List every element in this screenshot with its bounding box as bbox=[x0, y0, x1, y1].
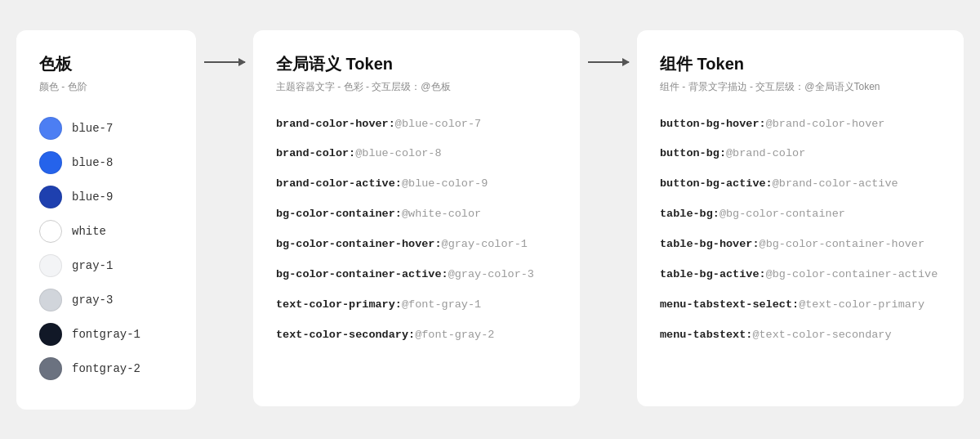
panel3-subtitle: 组件 - 背景文字描边 - 交互层级：@全局语义Token bbox=[660, 80, 941, 94]
swatch-item: blue-9 bbox=[39, 186, 173, 208]
token-key: bg-color-container-active: bbox=[276, 268, 448, 280]
token-item: bg-color-container-active:@gray-color-3 bbox=[276, 267, 557, 283]
swatch-label-fontgray-1: fontgray-1 bbox=[72, 328, 140, 341]
token-item: menu-tabstext-select:@text-color-primary bbox=[660, 298, 941, 313]
token-item: button-bg-hover:@brand-color-hover bbox=[660, 117, 941, 132]
token-item: table-bg-hover:@bg-color-container-hover bbox=[660, 237, 941, 253]
panel-color-palette: 色板 颜色 - 色阶 blue-7blue-8blue-9whitegray-1… bbox=[16, 30, 196, 410]
swatch-label-blue-8: blue-8 bbox=[72, 156, 113, 169]
swatch-item: white bbox=[39, 220, 173, 243]
token-key: brand-color: bbox=[276, 147, 355, 159]
token-item: bg-color-container:@white-color bbox=[276, 207, 557, 222]
token-key: button-bg-hover: bbox=[660, 118, 766, 130]
token-key: button-bg: bbox=[660, 147, 726, 159]
swatch-circle-white bbox=[39, 220, 62, 243]
swatch-item: gray-3 bbox=[39, 289, 173, 311]
token-key: text-color-primary: bbox=[276, 298, 402, 311]
token-val: @bg-color-container-active bbox=[766, 268, 938, 280]
swatch-label-fontgray-2: fontgray-2 bbox=[72, 362, 140, 375]
arrow1-wrap bbox=[196, 30, 253, 63]
arrow2-wrap bbox=[580, 30, 637, 63]
token-item: text-color-primary:@font-gray-1 bbox=[276, 298, 557, 313]
token-val: @gray-color-1 bbox=[442, 238, 528, 250]
token-val: @blue-color-7 bbox=[395, 118, 481, 130]
panel2-token-list: brand-color-hover:@blue-color-7brand-col… bbox=[276, 117, 557, 343]
token-key: bg-color-container-hover: bbox=[276, 238, 442, 250]
token-val: @bg-color-container bbox=[719, 208, 845, 220]
token-key: brand-color-active: bbox=[276, 177, 402, 190]
swatch-circle-blue-8 bbox=[39, 151, 62, 174]
panel2-title: 全局语义 Token bbox=[276, 53, 557, 75]
swatch-item: gray-1 bbox=[39, 254, 173, 277]
swatch-label-white: white bbox=[72, 225, 106, 238]
swatch-circle-fontgray-2 bbox=[39, 357, 62, 380]
token-key: text-color-secondary: bbox=[276, 329, 415, 341]
token-item: brand-color-active:@blue-color-9 bbox=[276, 177, 557, 192]
token-val: @text-color-primary bbox=[799, 298, 924, 311]
panel1-subtitle: 颜色 - 色阶 bbox=[39, 80, 173, 94]
swatch-label-blue-9: blue-9 bbox=[72, 190, 113, 204]
token-val: @blue-color-8 bbox=[355, 147, 441, 159]
token-item: table-bg-active:@bg-color-container-acti… bbox=[660, 267, 941, 283]
panel-global-tokens: 全局语义 Token 主题容器文字 - 色彩 - 交互层级：@色板 brand-… bbox=[253, 30, 580, 406]
panel-component-tokens: 组件 Token 组件 - 背景文字描边 - 交互层级：@全局语义Token b… bbox=[637, 30, 964, 406]
panel1-title: 色板 bbox=[39, 53, 173, 75]
token-item: brand-color-hover:@blue-color-7 bbox=[276, 117, 557, 132]
token-key: bg-color-container: bbox=[276, 208, 402, 220]
panel3-title: 组件 Token bbox=[660, 53, 941, 75]
token-item: text-color-secondary:@font-gray-2 bbox=[276, 328, 557, 343]
token-key: brand-color-hover: bbox=[276, 118, 395, 130]
swatch-label-blue-7: blue-7 bbox=[72, 122, 113, 135]
arrow1-icon bbox=[204, 61, 245, 63]
token-item: menu-tabstext:@text-color-secondary bbox=[660, 328, 941, 343]
token-val: @brand-color bbox=[726, 147, 805, 159]
token-key: table-bg-hover: bbox=[660, 238, 760, 250]
token-val: @bg-color-container-hover bbox=[760, 238, 925, 250]
swatch-item: blue-8 bbox=[39, 151, 173, 174]
arrow2-icon bbox=[588, 61, 629, 63]
token-key: menu-tabstext: bbox=[660, 329, 752, 341]
token-val: @brand-color-active bbox=[773, 177, 898, 190]
swatch-label-gray-3: gray-3 bbox=[72, 293, 113, 307]
token-key: menu-tabstext-select: bbox=[660, 298, 799, 311]
token-item: table-bg:@bg-color-container bbox=[660, 207, 941, 222]
token-item: brand-color:@blue-color-8 bbox=[276, 146, 557, 162]
token-item: button-bg:@brand-color bbox=[660, 146, 941, 162]
swatch-circle-gray-1 bbox=[39, 254, 62, 277]
swatch-circle-blue-9 bbox=[39, 186, 62, 208]
swatch-item: fontgray-2 bbox=[39, 357, 173, 380]
panel3-token-list: button-bg-hover:@brand-color-hoverbutton… bbox=[660, 117, 941, 343]
swatch-list: blue-7blue-8blue-9whitegray-1gray-3fontg… bbox=[39, 117, 173, 380]
swatch-item: fontgray-1 bbox=[39, 323, 173, 346]
token-key: button-bg-active: bbox=[660, 177, 773, 190]
main-container: 色板 颜色 - 色阶 blue-7blue-8blue-9whitegray-1… bbox=[16, 30, 964, 410]
token-item: button-bg-active:@brand-color-active bbox=[660, 177, 941, 192]
token-val: @blue-color-9 bbox=[402, 177, 488, 190]
token-val: @text-color-secondary bbox=[752, 329, 891, 341]
swatch-circle-fontgray-1 bbox=[39, 323, 62, 346]
token-key: table-bg-active: bbox=[660, 268, 766, 280]
swatch-circle-gray-3 bbox=[39, 289, 62, 311]
token-val: @font-gray-2 bbox=[415, 329, 494, 341]
panel2-subtitle: 主题容器文字 - 色彩 - 交互层级：@色板 bbox=[276, 80, 557, 94]
token-item: bg-color-container-hover:@gray-color-1 bbox=[276, 237, 557, 253]
swatch-label-gray-1: gray-1 bbox=[72, 259, 113, 272]
token-val: @white-color bbox=[402, 208, 481, 220]
swatch-item: blue-7 bbox=[39, 117, 173, 140]
token-val: @brand-color-hover bbox=[766, 118, 885, 130]
swatch-circle-blue-7 bbox=[39, 117, 62, 140]
token-val: @font-gray-1 bbox=[402, 298, 481, 311]
token-key: table-bg: bbox=[660, 208, 719, 220]
token-val: @gray-color-3 bbox=[448, 268, 534, 280]
